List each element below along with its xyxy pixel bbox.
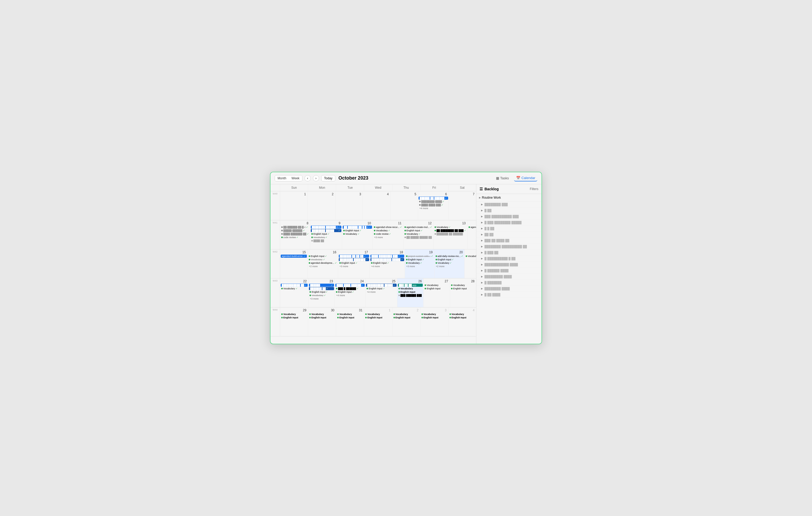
event-sun29-1[interactable]: Vocabulary [281, 313, 308, 316]
more-tue24[interactable]: +4 more [336, 294, 365, 297]
event-mon30-1[interactable]: Vocabulary [309, 313, 336, 316]
backlog-item-14[interactable]: ▶ █ ███████ [476, 280, 542, 286]
event-mon23-1[interactable]: ██████ ✓ [309, 284, 334, 287]
event-nov1-2[interactable]: English Input [365, 316, 392, 319]
filters-button[interactable]: Filters [530, 187, 539, 191]
event-sun29-2[interactable]: English Input [281, 316, 308, 319]
day-cell-oct6[interactable]: 6 ██████ ██ ██████ ✓ ████████ ████ ✓ [418, 191, 448, 220]
event-fri27-1[interactable]: Vocabulary [424, 284, 449, 287]
event-tue17-2[interactable]: ████████ ███████ ✓ [339, 258, 369, 261]
next-button[interactable]: › [313, 175, 319, 181]
event-sun8-4[interactable]: code review ✓ [281, 236, 310, 239]
event-fri13-2[interactable]: ██ ████████ ██ ███ ✓ [434, 229, 467, 232]
day-cell-oct24[interactable]: 24 ████ ████ ██████ ✓ ███ █ ██████ ✓ [335, 278, 365, 307]
event-wed18-1[interactable]: ████ ████████ ███ ✓ [370, 254, 404, 258]
event-tue24-1[interactable]: ████ ████ ██████ ✓ [336, 284, 365, 287]
day-cell-nov4[interactable]: 4 Vocabulary English Input [448, 307, 476, 336]
day-cell-nov2[interactable]: 2 Vocabulary English Input [392, 307, 420, 336]
event-fri27-2[interactable]: English Input [424, 287, 449, 290]
event-fri6-3[interactable]: ████ ████ ███ ✓ [418, 203, 448, 207]
event-mon16-1[interactable]: English Input ✓ [308, 254, 338, 258]
event-fri13-3[interactable]: ███████ ██ ██████ [434, 232, 467, 236]
more-tue17[interactable]: +3 more [339, 265, 369, 268]
event-nov2-2[interactable]: English Input [393, 316, 419, 319]
day-cell-oct7[interactable]: 7 [448, 191, 476, 220]
event-nov2-1[interactable]: Vocabulary [393, 313, 419, 316]
view-toggle[interactable]: Month Week [275, 175, 302, 181]
event-nov3-1[interactable]: Vocabulary [421, 313, 447, 316]
event-mon23-4[interactable]: Vocabulary ✓ [309, 294, 334, 297]
event-wed18-3[interactable]: English Input ✓ [370, 262, 404, 265]
event-tue24-2[interactable]: ███ █ ██████ ✓ [336, 287, 365, 290]
event-wed11-3[interactable]: code review ✓ [373, 232, 403, 236]
event-fri20-1[interactable]: add-daily-review-mo... ✓ [435, 254, 464, 258]
day-cell-nov1[interactable]: 1 Vocabulary English Input [364, 307, 392, 336]
event-tue17-3[interactable]: English Input ✓ [339, 262, 369, 265]
event-nov3-2[interactable]: English Input [421, 316, 447, 319]
event-tue10-3[interactable]: Vocabulary ✓ [343, 232, 372, 236]
day-cell-oct20[interactable]: 20 add-daily-review-mo... ✓ English Inpu… [434, 249, 465, 278]
event-mon23-3[interactable]: English Input ✓ [309, 291, 334, 294]
event-sat14-1[interactable]: agenda3-multiple-da... ✓ [468, 225, 476, 229]
event-wed25-1[interactable]: ██████████ █████ ✓ [366, 284, 396, 287]
more-fri20[interactable]: +2 more [435, 265, 464, 268]
more-wed18[interactable]: +4 more [370, 265, 404, 268]
more-mon23[interactable]: +3 more [309, 297, 334, 300]
event-tue10-2[interactable]: English Input ✓ [343, 229, 372, 232]
event-tue31-2[interactable]: English Input [337, 316, 364, 319]
backlog-item-16[interactable]: ▶ █ ██ ████ [476, 292, 542, 298]
backlog-item-11[interactable]: ▶ ████████████ ████ [476, 262, 542, 268]
day-cell-oct2[interactable]: 2 [308, 191, 335, 220]
day-cell-oct31[interactable]: 31 Vocabulary English Input [336, 307, 364, 336]
event-wed18-2[interactable]: ████████████ █████ ✓ [370, 258, 404, 261]
event-mon16-3[interactable]: agenda3-developme... ✓ [308, 262, 338, 265]
day-cell-oct17[interactable]: 17 ███████ ██ ██ ██ ✓ ████████ ███████ ✓ [338, 249, 370, 278]
day-cell-oct19[interactable]: 19 project-custom-colo... ✓ English Inpu… [405, 249, 434, 278]
month-view-button[interactable]: Month [275, 175, 289, 181]
calendar-button[interactable]: 📅 Calendar [514, 175, 537, 181]
day-cell-oct9[interactable]: 9 ████████ ██████ 2 ✓ ████████ █████ ✓ [310, 220, 342, 249]
event-thu12-3[interactable]: Vocabulary ✓ [404, 232, 433, 236]
event-sun22-2[interactable]: Vocabulary ✓ [281, 287, 308, 290]
event-thu12-2[interactable]: English Input ✓ [404, 229, 433, 232]
event-thu26-2[interactable]: Vocabulary [398, 287, 423, 290]
event-wed11-2[interactable]: Vocabulary ✓ [373, 229, 403, 232]
backlog-item-1[interactable]: ▶ ████████ ███ [476, 202, 542, 208]
backlog-item-8[interactable]: ▶ ████████ ██████████ ██ [476, 244, 542, 250]
event-fri20-2[interactable]: English Input ✓ [435, 258, 464, 261]
day-cell-oct15[interactable]: 15 agenda3-build-error- ✓ [280, 249, 308, 278]
event-fri13-1[interactable]: Vocabulary ✓ [434, 225, 467, 229]
backlog-item-12[interactable]: ▶ █ ██████ ████ [476, 268, 542, 274]
event-mon9-1[interactable]: ████████ ██████ 2 ✓ [311, 225, 341, 229]
event-mon9-2[interactable]: ████████ █████ ✓ [311, 229, 341, 232]
backlog-item-4[interactable]: ▶ █ ███ ████████ █████ [476, 219, 542, 225]
week-view-button[interactable]: Week [289, 175, 302, 181]
day-cell-oct1[interactable]: 1 [280, 191, 308, 220]
event-mon9-5[interactable]: ████ ██ [311, 239, 341, 242]
event-thu12-4[interactable]: ██ █████ █████ ██ [404, 236, 433, 239]
day-cell-oct16[interactable]: 16 English Input ✓ Vocabulary ✓ [308, 249, 338, 278]
day-cell-oct28[interactable]: 28 Vocabulary English Input [450, 278, 476, 307]
day-cell-oct12[interactable]: 12 agenda3-create-mul... ✓ English Input… [403, 220, 433, 249]
day-cell-oct29[interactable]: 29 Vocabulary English Input [280, 307, 308, 336]
event-tue17-1[interactable]: ███████ ██ ██ ██ ✓ [339, 254, 369, 258]
event-thu19-2[interactable]: English Input ✓ [405, 258, 434, 261]
more-mon16[interactable]: +2 more [308, 265, 338, 268]
event-nov1-1[interactable]: Vocabulary [365, 313, 392, 316]
day-cell-oct11[interactable]: 11 agenda3-show-recur... ✓ Vocabulary ✓ [373, 220, 403, 249]
event-tue24-3[interactable]: English Input ✓ [336, 291, 365, 294]
event-wed25-2[interactable]: English Input ✓ [366, 287, 396, 290]
day-cell-oct5[interactable]: 5 [390, 191, 418, 220]
backlog-item-3[interactable]: ▶ ███ ██████████ ███ [476, 214, 542, 219]
event-fri6-2[interactable]: ████████ ████ ✓ [418, 200, 448, 203]
more-wed11[interactable]: +3 more [373, 236, 403, 239]
day-cell-oct25[interactable]: 25 ██████████ █████ ✓ English Input ✓ [365, 278, 397, 307]
event-mon9-3[interactable]: English Input ✓ [311, 232, 341, 236]
day-cell-oct26[interactable]: 26 ███ ██ ██ app Vocabulary English Inpu… [397, 278, 424, 307]
today-button[interactable]: Today [321, 175, 336, 181]
backlog-item-15[interactable]: ▶ ████████ ████ [476, 286, 542, 292]
event-sun22-1[interactable]: ███████████ ██ ✓ [281, 284, 308, 287]
backlog-item-13[interactable]: ▶ █████████ ████ [476, 274, 542, 280]
event-thu19-3[interactable]: Vocabulary ✓ [405, 262, 434, 265]
event-sun8-1[interactable]: ██ ██████ ██ █ 2 ✓ [281, 225, 310, 229]
